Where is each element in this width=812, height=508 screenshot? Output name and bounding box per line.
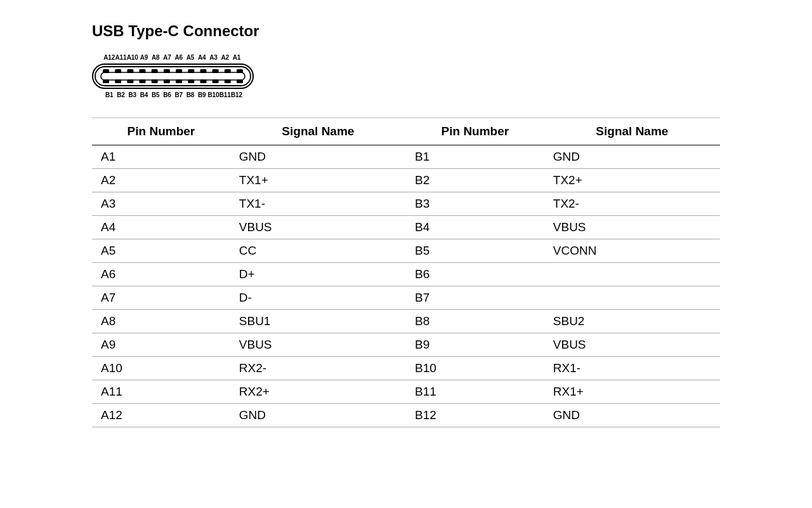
- bottom-pin-labels: B1B2B3B4B5B6B7B8B9B10B11B12: [92, 91, 254, 98]
- pin-pad: [115, 79, 121, 83]
- pin-label: A10: [127, 54, 138, 61]
- pin-label: A5: [185, 54, 196, 61]
- table-row: A10RX2-B10RX1-: [92, 357, 720, 380]
- pin-label: A6: [173, 54, 185, 61]
- table-cell: B1: [406, 145, 544, 169]
- pin-label: B4: [138, 91, 150, 98]
- pin-label: A1: [231, 54, 242, 61]
- pin-pad: [127, 79, 133, 83]
- table-row: A7D-B7: [92, 286, 720, 310]
- pin-pad: [176, 79, 182, 83]
- table-cell: SBU1: [230, 310, 406, 333]
- col-header: Signal Name: [544, 118, 720, 145]
- pin-label: B8: [185, 91, 196, 98]
- pin-pad: [103, 79, 109, 83]
- pin-pad: [164, 69, 170, 73]
- svg-rect-0: [93, 64, 253, 88]
- pin-label: A11: [115, 54, 126, 61]
- page: USB Type-C Connector A12A11A10A9A8A7A6A5…: [0, 0, 812, 508]
- table-cell: A12: [92, 404, 230, 427]
- pin-label: A12: [103, 54, 115, 61]
- table-cell: A5: [92, 239, 230, 263]
- table-cell: A2: [92, 169, 230, 192]
- table-cell: B11: [406, 380, 544, 404]
- table-cell: A6: [92, 263, 230, 286]
- pin-label: B5: [150, 91, 161, 98]
- pin-pad: [237, 79, 243, 83]
- table-cell: B8: [406, 310, 544, 333]
- table-row: A5CCB5VCONN: [92, 239, 720, 263]
- table-row: A12GNDB12GND: [92, 404, 720, 427]
- table-cell: VCONN: [544, 239, 720, 263]
- pin-label: B2: [115, 91, 126, 98]
- pin-label: B11: [219, 91, 231, 98]
- usb-c-connector-icon: [92, 64, 254, 89]
- table-cell: GND: [544, 404, 720, 427]
- pin-label: B9: [196, 91, 207, 98]
- pin-label: B6: [161, 91, 173, 98]
- pin-label: A2: [219, 54, 231, 61]
- pin-label: B7: [173, 91, 185, 98]
- table-row: A9VBUSB9VBUS: [92, 333, 720, 357]
- table-cell: RX2+: [230, 380, 406, 404]
- pin-label: A4: [196, 54, 207, 61]
- table-cell: D+: [230, 263, 406, 286]
- table-cell: D-: [230, 286, 406, 310]
- table-row: A3TX1-B3TX2-: [92, 192, 720, 216]
- pin-pad: [188, 79, 194, 83]
- table-cell: VBUS: [230, 333, 406, 357]
- pin-label: A7: [161, 54, 173, 61]
- table-cell: RX2-: [230, 357, 406, 380]
- pin-pad: [127, 69, 133, 73]
- pin-pad: [176, 69, 182, 73]
- table-cell: B5: [406, 239, 544, 263]
- table-cell: GND: [544, 145, 720, 169]
- pin-pad: [225, 79, 231, 83]
- table-cell: A1: [92, 145, 230, 169]
- table-cell: [544, 263, 720, 286]
- table-cell: VBUS: [230, 216, 406, 239]
- table-cell: A10: [92, 357, 230, 380]
- page-title: USB Type-C Connector: [92, 22, 720, 40]
- pin-pad: [225, 69, 231, 73]
- connector-diagram: A12A11A10A9A8A7A6A5A4A3A2A1 B1B2B3B4B5B6…: [92, 54, 254, 98]
- col-header: Pin Number: [406, 118, 544, 145]
- table-cell: A4: [92, 216, 230, 239]
- table-cell: B6: [406, 263, 544, 286]
- table-cell: RX1+: [544, 380, 720, 404]
- table-cell: TX1-: [230, 192, 406, 216]
- table-cell: B4: [406, 216, 544, 239]
- table-cell: B12: [406, 404, 544, 427]
- pin-label: B3: [127, 91, 138, 98]
- table-cell: GND: [230, 145, 406, 169]
- pin-label: A8: [150, 54, 161, 61]
- table-cell: CC: [230, 239, 406, 263]
- pin-pad: [200, 69, 207, 73]
- table-cell: RX1-: [544, 357, 720, 380]
- table-cell: TX1+: [230, 169, 406, 192]
- pin-label: A9: [138, 54, 150, 61]
- table-row: A2TX1+B2TX2+: [92, 169, 720, 192]
- table-cell: B10: [406, 357, 544, 380]
- top-pin-labels: A12A11A10A9A8A7A6A5A4A3A2A1: [92, 54, 254, 61]
- table-row: A11RX2+B11RX1+: [92, 380, 720, 404]
- pinout-table: Pin Number Signal Name Pin Number Signal…: [92, 117, 720, 427]
- table-cell: A3: [92, 192, 230, 216]
- col-header: Signal Name: [230, 118, 406, 145]
- table-cell: VBUS: [544, 333, 720, 357]
- pin-label: B1: [103, 91, 115, 98]
- svg-rect-2: [101, 72, 245, 80]
- pin-label: A3: [207, 54, 219, 61]
- table-cell: B9: [406, 333, 544, 357]
- table-cell: A8: [92, 310, 230, 333]
- table-cell: TX2+: [544, 169, 720, 192]
- pin-pad: [152, 69, 158, 73]
- table-cell: TX2-: [544, 192, 720, 216]
- pin-pad: [115, 69, 121, 73]
- table-cell: VBUS: [544, 216, 720, 239]
- table-row: A1GNDB1GND: [92, 145, 720, 169]
- pin-label: B10: [207, 91, 219, 98]
- pin-pad: [103, 69, 109, 73]
- pin-label: B12: [231, 91, 242, 98]
- pin-pad: [164, 79, 170, 83]
